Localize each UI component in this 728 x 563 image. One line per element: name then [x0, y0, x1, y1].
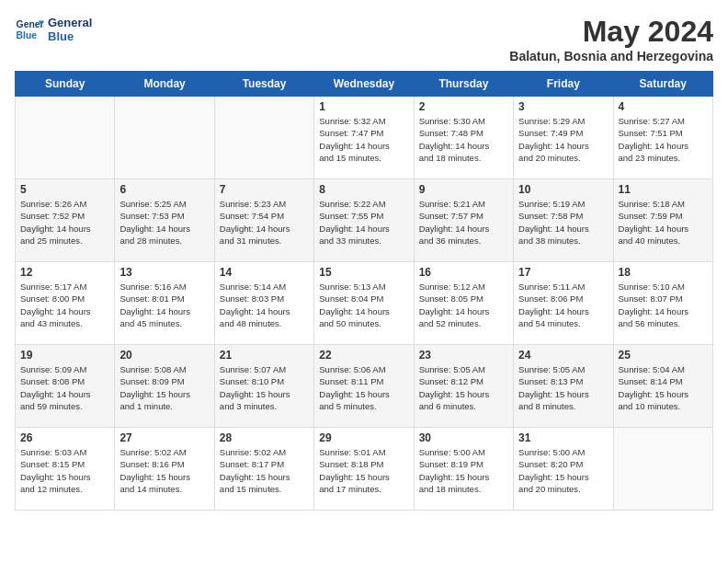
calendar-cell: 13Sunrise: 5:16 AM Sunset: 8:01 PM Dayli… — [115, 262, 214, 345]
calendar-cell — [115, 97, 214, 179]
day-info: Sunrise: 5:21 AM Sunset: 7:57 PM Dayligh… — [419, 198, 508, 247]
day-number: 9 — [419, 183, 508, 196]
day-info: Sunrise: 5:05 AM Sunset: 8:12 PM Dayligh… — [419, 363, 508, 412]
day-number: 1 — [319, 100, 408, 113]
location-subtitle: Balatun, Bosnia and Herzegovina — [509, 49, 713, 63]
day-info: Sunrise: 5:27 AM Sunset: 7:51 PM Dayligh… — [619, 115, 708, 164]
day-info: Sunrise: 5:10 AM Sunset: 8:07 PM Dayligh… — [619, 281, 708, 329]
day-number: 24 — [518, 349, 608, 362]
day-info: Sunrise: 5:30 AM Sunset: 7:48 PM Dayligh… — [419, 115, 508, 164]
header-day-tuesday: Tuesday — [214, 72, 313, 97]
calendar-cell: 5Sunrise: 5:26 AM Sunset: 7:52 PM Daylig… — [16, 179, 115, 262]
day-number: 28 — [220, 431, 309, 444]
logo-blue: Blue — [48, 29, 92, 43]
month-title: May 2024 — [509, 15, 713, 49]
day-number: 7 — [220, 183, 309, 196]
calendar-cell: 8Sunrise: 5:22 AM Sunset: 7:55 PM Daylig… — [314, 179, 414, 262]
calendar-cell: 22Sunrise: 5:06 AM Sunset: 8:11 PM Dayli… — [314, 345, 414, 428]
day-number: 16 — [419, 266, 508, 279]
day-info: Sunrise: 5:26 AM Sunset: 7:52 PM Dayligh… — [20, 198, 109, 247]
header-day-thursday: Thursday — [414, 72, 513, 97]
day-number: 11 — [619, 183, 708, 196]
day-info: Sunrise: 5:01 AM Sunset: 8:18 PM Dayligh… — [319, 446, 408, 495]
svg-text:Blue: Blue — [17, 30, 38, 40]
calendar-cell: 31Sunrise: 5:00 AM Sunset: 8:20 PM Dayli… — [514, 428, 613, 511]
day-number: 21 — [220, 349, 309, 362]
day-number: 2 — [419, 100, 508, 113]
day-number: 15 — [319, 266, 408, 279]
day-info: Sunrise: 5:11 AM Sunset: 8:06 PM Dayligh… — [518, 281, 608, 329]
calendar-cell — [214, 97, 313, 179]
calendar-cell: 2Sunrise: 5:30 AM Sunset: 7:48 PM Daylig… — [414, 97, 513, 179]
calendar-cell: 12Sunrise: 5:17 AM Sunset: 8:00 PM Dayli… — [16, 262, 115, 345]
day-number: 20 — [119, 349, 209, 362]
day-number: 18 — [619, 266, 708, 279]
calendar-cell: 10Sunrise: 5:19 AM Sunset: 7:58 PM Dayli… — [514, 179, 613, 262]
calendar-cell: 20Sunrise: 5:08 AM Sunset: 8:09 PM Dayli… — [115, 345, 214, 428]
calendar-cell — [613, 428, 712, 511]
calendar-table: SundayMondayTuesdayWednesdayThursdayFrid… — [15, 71, 713, 511]
calendar-cell: 1Sunrise: 5:32 AM Sunset: 7:47 PM Daylig… — [314, 97, 414, 179]
day-info: Sunrise: 5:03 AM Sunset: 8:15 PM Dayligh… — [20, 446, 109, 495]
header-day-saturday: Saturday — [613, 72, 712, 97]
calendar-cell: 19Sunrise: 5:09 AM Sunset: 8:08 PM Dayli… — [16, 345, 115, 428]
calendar-cell — [16, 97, 115, 179]
calendar-cell: 30Sunrise: 5:00 AM Sunset: 8:19 PM Dayli… — [414, 428, 513, 511]
day-info: Sunrise: 5:32 AM Sunset: 7:47 PM Dayligh… — [319, 115, 408, 164]
day-number: 23 — [419, 349, 508, 362]
day-info: Sunrise: 5:04 AM Sunset: 8:14 PM Dayligh… — [619, 363, 708, 412]
day-info: Sunrise: 5:25 AM Sunset: 7:53 PM Dayligh… — [119, 198, 209, 247]
calendar-cell: 25Sunrise: 5:04 AM Sunset: 8:14 PM Dayli… — [613, 345, 712, 428]
calendar-cell: 18Sunrise: 5:10 AM Sunset: 8:07 PM Dayli… — [613, 262, 712, 345]
day-info: Sunrise: 5:18 AM Sunset: 7:59 PM Dayligh… — [619, 198, 708, 247]
day-number: 12 — [20, 266, 109, 279]
calendar-cell: 24Sunrise: 5:05 AM Sunset: 8:13 PM Dayli… — [514, 345, 613, 428]
day-info: Sunrise: 5:07 AM Sunset: 8:10 PM Dayligh… — [220, 363, 309, 412]
day-number: 29 — [319, 431, 408, 444]
calendar-cell: 17Sunrise: 5:11 AM Sunset: 8:06 PM Dayli… — [514, 262, 613, 345]
day-number: 17 — [518, 266, 608, 279]
calendar-cell: 6Sunrise: 5:25 AM Sunset: 7:53 PM Daylig… — [115, 179, 214, 262]
calendar-cell: 29Sunrise: 5:01 AM Sunset: 8:18 PM Dayli… — [314, 428, 414, 511]
day-info: Sunrise: 5:02 AM Sunset: 8:17 PM Dayligh… — [220, 446, 309, 495]
day-info: Sunrise: 5:12 AM Sunset: 8:05 PM Dayligh… — [419, 281, 508, 329]
day-number: 4 — [619, 100, 708, 113]
logo: General Blue General Blue — [15, 15, 92, 44]
day-number: 6 — [119, 183, 209, 196]
day-info: Sunrise: 5:00 AM Sunset: 8:20 PM Dayligh… — [518, 446, 608, 495]
calendar-cell: 23Sunrise: 5:05 AM Sunset: 8:12 PM Dayli… — [414, 345, 513, 428]
week-row-2: 12Sunrise: 5:17 AM Sunset: 8:00 PM Dayli… — [16, 262, 713, 345]
day-number: 31 — [518, 431, 608, 444]
day-info: Sunrise: 5:08 AM Sunset: 8:09 PM Dayligh… — [119, 363, 209, 412]
calendar-cell: 3Sunrise: 5:29 AM Sunset: 7:49 PM Daylig… — [514, 97, 613, 179]
logo-general: General — [48, 16, 92, 29]
calendar-cell: 16Sunrise: 5:12 AM Sunset: 8:05 PM Dayli… — [414, 262, 513, 345]
week-row-4: 26Sunrise: 5:03 AM Sunset: 8:15 PM Dayli… — [16, 428, 713, 511]
day-info: Sunrise: 5:09 AM Sunset: 8:08 PM Dayligh… — [20, 363, 109, 412]
day-info: Sunrise: 5:06 AM Sunset: 8:11 PM Dayligh… — [319, 363, 408, 412]
day-number: 19 — [20, 349, 109, 362]
day-number: 5 — [20, 183, 109, 196]
day-info: Sunrise: 5:05 AM Sunset: 8:13 PM Dayligh… — [518, 363, 608, 412]
day-number: 30 — [419, 431, 508, 444]
day-number: 25 — [619, 349, 708, 362]
calendar-cell: 27Sunrise: 5:02 AM Sunset: 8:16 PM Dayli… — [115, 428, 214, 511]
day-info: Sunrise: 5:02 AM Sunset: 8:16 PM Dayligh… — [119, 446, 209, 495]
day-number: 10 — [518, 183, 608, 196]
header-row: SundayMondayTuesdayWednesdayThursdayFrid… — [16, 72, 713, 97]
day-number: 8 — [319, 183, 408, 196]
day-number: 3 — [518, 100, 608, 113]
day-info: Sunrise: 5:23 AM Sunset: 7:54 PM Dayligh… — [220, 198, 309, 247]
day-number: 14 — [220, 266, 309, 279]
day-info: Sunrise: 5:13 AM Sunset: 8:04 PM Dayligh… — [319, 281, 408, 329]
week-row-3: 19Sunrise: 5:09 AM Sunset: 8:08 PM Dayli… — [16, 345, 713, 428]
title-block: May 2024 Balatun, Bosnia and Herzegovina — [509, 15, 713, 63]
header-day-friday: Friday — [514, 72, 613, 97]
header-day-monday: Monday — [115, 72, 214, 97]
day-info: Sunrise: 5:19 AM Sunset: 7:58 PM Dayligh… — [518, 198, 608, 247]
week-row-0: 1Sunrise: 5:32 AM Sunset: 7:47 PM Daylig… — [16, 97, 713, 179]
logo-icon: General Blue — [15, 15, 44, 44]
calendar-cell: 9Sunrise: 5:21 AM Sunset: 7:57 PM Daylig… — [414, 179, 513, 262]
day-info: Sunrise: 5:00 AM Sunset: 8:19 PM Dayligh… — [419, 446, 508, 495]
day-info: Sunrise: 5:29 AM Sunset: 7:49 PM Dayligh… — [518, 115, 608, 164]
